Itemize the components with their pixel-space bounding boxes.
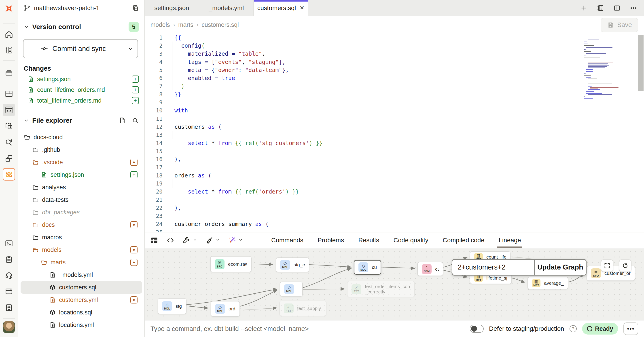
code-editor[interactable]: 1{{2 config(3 materialized = "table",4 t… <box>145 33 644 232</box>
user-avatar[interactable] <box>3 321 15 333</box>
browser-icon[interactable] <box>3 285 15 298</box>
lineage-node-average_order_value[interactable]: ▥METaverage_order_value <box>528 277 568 289</box>
tree-item-docs-cloud[interactable]: docs-cloud <box>20 131 142 143</box>
breadcrumb-item[interactable]: customers.sql <box>202 21 239 28</box>
refresh-button[interactable] <box>619 260 632 272</box>
add-file-badge[interactable]: + <box>132 75 139 83</box>
line-number: 18 <box>145 172 162 179</box>
editor-tab-_models.yml[interactable]: _models.yml <box>199 0 254 16</box>
compile-code-icon[interactable] <box>166 236 175 245</box>
code-line: 9 <box>145 98 644 106</box>
new-file-icon[interactable] <box>119 117 126 124</box>
commit-and-sync-button[interactable]: Commit and sync <box>23 39 138 58</box>
lineage-node-test_order_items_compute_to_bools[interactable]: ✓TSTtest_order_items_compute_to_bools _c… <box>347 281 415 297</box>
lineage-node-orders[interactable]: ◇MDLorders <box>280 282 303 297</box>
code-text: select * from {{ ref('stg_customers') }} <box>162 140 322 146</box>
update-graph-button[interactable]: Update Graph <box>534 260 586 275</box>
lineage-node-order_items[interactable]: ◇MDLorder_items <box>211 301 240 317</box>
editor-tab-customers.sql[interactable]: customers.sql✕ <box>254 0 308 16</box>
breadcrumb-item[interactable]: models <box>150 21 170 28</box>
more-icon[interactable] <box>630 4 637 12</box>
copilot-wand-icon[interactable] <box>228 236 243 245</box>
lineage-node-stg_orders[interactable]: ◇MDLstg_orders <box>158 298 186 314</box>
tree-item-macros[interactable]: macros <box>20 231 142 244</box>
changed-file-row[interactable]: settings.json+ <box>18 74 144 84</box>
split-editor-icon[interactable] <box>613 4 621 12</box>
add-file-badge[interactable]: + <box>132 97 139 104</box>
defer-toggle[interactable] <box>470 325 484 333</box>
tree-item-customers.sql[interactable]: customers.sql <box>20 281 142 294</box>
changes-label: Changes <box>18 65 56 72</box>
lineage-canvas[interactable]: ⛁SRCecom.raw_customers◇MDLstg_customers◇… <box>145 249 644 320</box>
preview-table-icon[interactable] <box>150 236 158 245</box>
lineage-node-ecom.raw_customers[interactable]: ⛁SRCecom.raw_customers <box>210 256 252 272</box>
organization-icon[interactable] <box>3 302 15 314</box>
lineage-selector-input[interactable] <box>452 260 534 275</box>
dbt-copilot-icon[interactable] <box>3 168 15 181</box>
panel-tab-Lineage[interactable]: Lineage <box>499 232 521 248</box>
clipboard-icon[interactable] <box>3 253 15 266</box>
format-broom-icon[interactable] <box>205 236 220 245</box>
branch-name[interactable]: matthewshaver-patch-1 <box>34 4 128 12</box>
tree-item-models[interactable]: models• <box>20 244 142 256</box>
panel-tab-Compiled code[interactable]: Compiled code <box>442 232 484 248</box>
notebook-icon[interactable] <box>596 4 604 12</box>
panel-tab-Code quality[interactable]: Code quality <box>394 232 428 248</box>
lineage-node-customers[interactable]: ◇MDLcustomers <box>354 260 381 275</box>
commit-main[interactable]: Commit and sync <box>24 39 123 58</box>
tree-item-locations.sql[interactable]: locations.sql <box>20 306 142 319</box>
status-ready-badge[interactable]: Ready <box>582 323 618 335</box>
tree-item-docs[interactable]: docs• <box>20 219 142 231</box>
changed-file-row[interactable]: count_lifetime_orders.md+ <box>18 84 144 95</box>
fullscreen-button[interactable] <box>601 260 613 272</box>
file-icon <box>41 171 48 178</box>
tree-item-marts[interactable]: marts• <box>20 256 142 269</box>
tree-item-data-tests[interactable]: data-tests <box>20 194 142 206</box>
editor-tab-settings.json[interactable]: settings.json <box>145 0 199 16</box>
tree-item-customers.yml[interactable]: customers.yml• <box>20 294 142 306</box>
close-tab-icon[interactable]: ✕ <box>300 4 304 11</box>
save-button[interactable]: Save <box>600 18 638 32</box>
code-editor-icon[interactable] <box>3 104 15 116</box>
copy-icon[interactable] <box>132 4 139 12</box>
lineage-node-stg_customers[interactable]: ◇MDLstg_customers <box>276 258 309 272</box>
add-file-badge[interactable]: + <box>132 86 139 93</box>
panel-tab-Problems[interactable]: Problems <box>318 232 344 248</box>
file-explorer-header[interactable]: File explorer <box>18 115 144 126</box>
line-number: 17 <box>145 164 162 171</box>
new-tab-icon[interactable] <box>580 4 588 12</box>
lineage-node-customers[interactable]: ∴SEMcustomers <box>417 262 443 276</box>
layout-grid-icon[interactable] <box>3 88 15 100</box>
tree-item-settings.json[interactable]: settings.json+ <box>20 168 142 181</box>
version-control-header[interactable]: Version control 5 <box>18 21 144 32</box>
panel-tab-Commands[interactable]: Commands <box>271 232 303 248</box>
search-icon[interactable] <box>132 117 139 124</box>
command-input[interactable]: Type a command, ex. dbt build --select <… <box>150 325 309 333</box>
panel-tab-Results[interactable]: Results <box>358 232 379 248</box>
fullscreen-icon <box>604 262 610 269</box>
commit-options-caret[interactable] <box>123 39 138 58</box>
tree-item-.github[interactable]: .github <box>20 143 142 156</box>
lineage-node-test_supply_costs_sum_correctly[interactable]: ✓TSTtest_supply_costs_sum_correctly <box>279 301 326 316</box>
line-number: 15 <box>145 148 162 154</box>
help-icon[interactable]: ? <box>570 325 577 332</box>
more-options-button[interactable]: ••• <box>624 323 638 335</box>
terminal-icon[interactable] <box>3 237 15 250</box>
home-icon[interactable] <box>3 28 15 41</box>
archive-icon[interactable] <box>3 66 15 78</box>
indent-guide <box>172 179 172 188</box>
model-icon <box>49 309 56 316</box>
selection-icon[interactable] <box>3 120 15 132</box>
build-wrench-icon[interactable] <box>182 236 198 245</box>
notebook-icon[interactable] <box>3 44 15 56</box>
tree-item-analyses[interactable]: analyses <box>20 181 142 194</box>
audit-search-icon[interactable] <box>3 136 15 148</box>
tree-item-dbt_packages[interactable]: dbt_packages <box>20 206 142 219</box>
tree-item-_models.yml[interactable]: _models.yml <box>20 269 142 281</box>
tree-item-.vscode[interactable]: .vscode• <box>20 156 142 168</box>
headset-icon[interactable] <box>3 269 15 282</box>
breadcrumb-item[interactable]: marts <box>178 21 194 28</box>
windows-icon[interactable] <box>3 152 15 165</box>
tree-item-locations.yml[interactable]: locations.yml <box>20 319 142 331</box>
changed-file-row[interactable]: total_lifetime_orders.md+ <box>18 95 144 106</box>
